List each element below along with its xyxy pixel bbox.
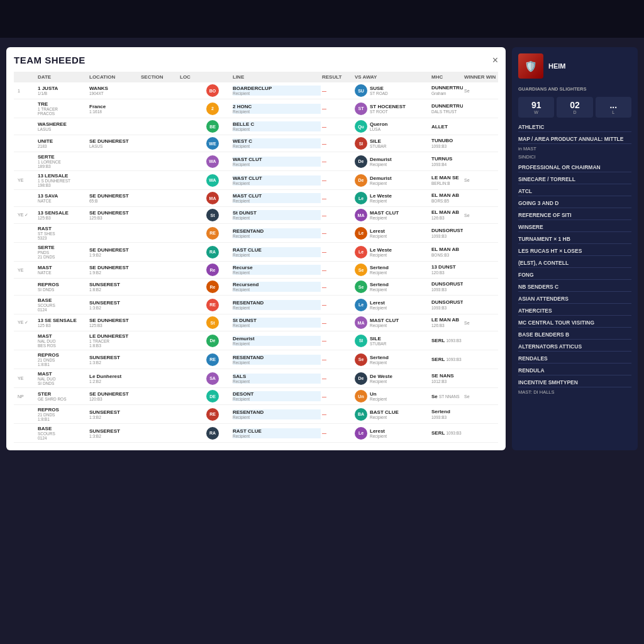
sidebar-section-title-19: Rendula [518,367,631,375]
cell-location: SE DUNHEREST LASUS [89,138,140,148]
stat-box-0: 91 W [518,97,554,118]
table-row: YE ✓ 13 SENSALE 125:B3 SE DUNHEREST 125:… [14,207,498,224]
cell-away: De Demurist Recipient [355,174,430,187]
cell-home-flag: St [206,209,231,221]
cell-result: — [322,196,353,201]
table-row: 1 1 JUSTA 1/1/B WANKS 1904XT BO BOARDERC… [14,82,498,99]
cell-home-flag: Re [206,280,231,293]
table-row: SERTE 1 LORENCE189:B3 WA WAST CLUT Recip… [14,152,498,171]
cell-mhc: SE NANS 1012:B3 [431,373,463,384]
stat-num-0: 91 [521,100,551,110]
cell-result: — [322,231,353,235]
cell-result: — [322,89,353,93]
table-row: REPROS 21 DNDS1:8:B1 SUNSEREST 1:3:B2 RE… [14,350,498,369]
sidebar-section-15: MC Central Tour Visiting [518,319,631,328]
sidebar-section-item: MAST: DI HALLS [518,389,631,396]
sidebar-section-19: Rendula [518,367,631,375]
cell-location: SUNSEREST 1:8:B2 [89,282,140,292]
cell-away: Se Sertend Recipient [355,353,430,366]
cell-result: — [322,376,353,380]
cell-home-flag: DE [206,390,231,402]
cell-mhc: DUNNERTRUST DALS TRUST [431,103,463,114]
cell-date: MAST NAL DUOSI DNDS [38,371,88,386]
cell-location: WANKS 1904XT [89,86,140,96]
team-logo-shield: 🛡️ [518,53,543,79]
cell-location: SUNSEREST 1:3:B2 [89,428,140,438]
stat-label-0: W [521,110,551,114]
cell-date: RAST ST SHES5323 [38,226,88,240]
close-button[interactable]: × [492,55,498,66]
cell-away: Se Sertend Recipient [355,280,430,293]
cell-home: RAST CLUE Recipient [233,247,321,257]
cell-home: SALS Recipient [233,374,321,384]
cell-result: — [322,142,353,146]
sidebar-section-20: Incentive SMHTypen MAST: DI HALLS [518,379,631,396]
cell-away: MA MAST CLUT Recipient [355,209,430,221]
cell-home-flag: RA [206,427,231,440]
sidebar-section-title-6: Reference of SITI [518,212,631,220]
cell-id: YE [18,178,36,182]
cell-winner: Se [464,89,498,93]
cell-location: SE DUNHEREST 125:B3 [89,210,140,220]
cell-home-flag: WE [206,137,231,150]
cell-result: — [322,178,353,182]
cell-mhc: TUNUBO 1093:B3 [431,138,463,149]
sidebar-section-title-4: ATCL [518,188,631,196]
cell-mhc: EL MAN AB BORS:B5 [431,192,463,204]
cell-mhc: SERL 1093:B3 [431,357,463,362]
sidebar-section-12: NB Senders C [518,284,631,292]
cell-mhc: DUNSORUST 1093:B3 [431,299,463,311]
cell-away: SU SUSE ST ROAD [355,84,430,97]
sidebar-section-title-3: Sinecare / TORRELL [518,176,631,184]
cell-mhc: DUNSORUST 1093:B3 [431,228,463,239]
table-row: MAST NAL DUOBES ROS LE DUNHEREST 1 TRACE… [14,331,498,350]
sidebar-subtitle: Guardians and Slighters [518,86,631,92]
cell-location: Le Dunherest 1:2:B2 [89,374,140,384]
sidebar-section-title-12: NB Senders C [518,284,631,292]
table-row: YE MAST NAL DUOSI DNDS Le Dunherest 1:2:… [14,369,498,388]
cell-home-flag: BE [206,120,231,133]
cell-date: MAST NAL DUOBES ROS [38,333,88,348]
sidebar-section-13: Asian Attenders [518,296,631,304]
sidebar-section-title-7: Winsere [518,224,631,232]
table-row: YE ✓ 13 SE SENSALE 125 B3 SE DUNHEREST 1… [14,314,498,331]
cell-id: YE ✓ [18,320,36,325]
cell-home-flag: MA [206,192,231,204]
cell-mhc: EL MAN AB 126:B3 [431,209,463,221]
top-bar [0,0,644,38]
table-row: BASE SCOURS0124 SUNSEREST 1:3:B2 RE RESE… [14,296,498,314]
cell-location: SE DUNHEREST 125:B3 [89,318,140,328]
cell-home-flag: RA [206,246,231,258]
cell-id: YE [18,376,36,380]
stat-num-1: 02 [560,100,589,110]
sidebar-header: 🛡️ HEIM [518,53,631,79]
table-row: WASHEREE LASUS BE BELLE C Recipient — Qu… [14,118,498,135]
cell-mhc: Se ST NNANS [431,394,463,399]
cell-home: RAST CLUE Recipient [233,428,321,438]
cell-home: Demurist Recipient [233,336,321,346]
sidebar-section-title-2: Professional or Chairman [518,164,631,172]
cell-date: REPROS 21 DNDS1:8:B1 [38,352,88,367]
cell-date: SERTE 1 LORENCE189:B3 [38,154,88,169]
cell-id: 1 [18,89,36,93]
cell-result: — [322,412,353,416]
cell-home: MAST CLUT Recipient [233,193,321,203]
cell-home: St DUNST Recipient [233,318,321,328]
cell-result: — [322,125,353,129]
modal-title: TEAM SHEEDE [14,55,498,65]
sidebar-section-3: Sinecare / TORRELL [518,176,631,184]
cell-location: SE DUNHEREST 1:9:B2 [89,247,140,257]
cell-home: RESENTAND Recipient [233,300,321,310]
cell-location: SUNSEREST 1:3:B2 [89,300,140,310]
cell-away: SI SILE STUBAR [355,335,430,347]
cell-mhc: EL MAN AB BONS:B3 [431,247,463,258]
cell-id: YE [18,268,36,272]
sidebar-section-title-8: Turnament × 1 HB [518,236,631,244]
sidebar-section-title-16: Base Blenders B [518,331,631,340]
cell-away: ST ST HOCENEST ST ROOT [355,103,430,115]
cell-home-flag: RE [206,299,231,311]
cell-home-flag: 2 [206,103,231,115]
sidebar-section-16: Base Blenders B [518,331,631,340]
table-row: UNITE 2183 SE DUNHEREST LASUS WE WEST C … [14,135,498,152]
cell-home: St DUNST Recipient [233,210,321,220]
